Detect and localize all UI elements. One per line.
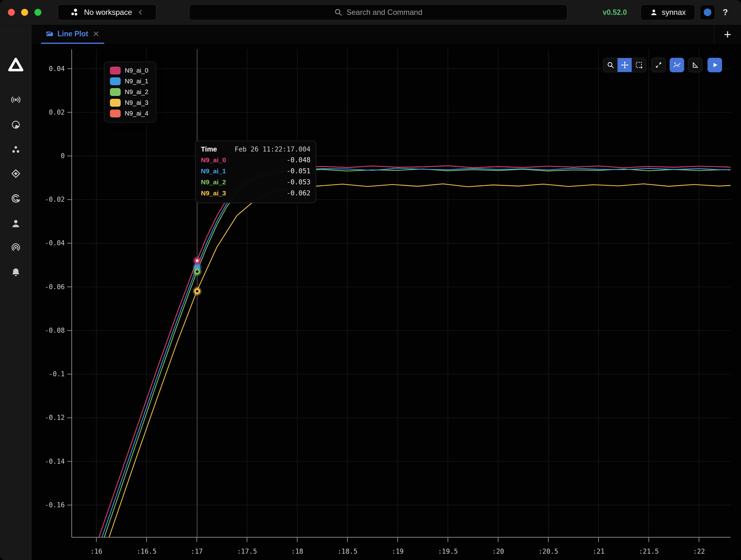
series-line-N9_ai_4: [86, 166, 739, 560]
expand-button[interactable]: [651, 58, 666, 72]
legend-swatch[interactable]: [110, 99, 121, 107]
ranges-broadcast-icon: [11, 95, 21, 105]
box-select-button[interactable]: [632, 58, 646, 72]
sidebar: [0, 25, 31, 560]
y-tick-label: -0.14: [45, 458, 65, 465]
tooltip: Time Feb 26 11:22:17.004 N9_ai_0-0.048N9…: [195, 141, 316, 203]
sidebar-item-device[interactable]: [0, 243, 31, 253]
traffic-light-maximize[interactable]: [35, 9, 42, 16]
marker-center: [196, 259, 198, 262]
sidebar-item-cluster[interactable]: [0, 145, 31, 155]
tooltip-series-value: -0.053: [286, 178, 311, 186]
slope-button[interactable]: [688, 58, 702, 72]
legend-item[interactable]: N9_ai_0: [110, 67, 150, 75]
status-dot-icon: [704, 8, 711, 16]
x-tick-label: :18: [291, 548, 303, 555]
legend-label: N9_ai_2: [125, 88, 148, 96]
tooltip-series-label: N9_ai_2: [201, 178, 226, 186]
tab-line-plot[interactable]: Line Plot: [41, 25, 104, 44]
series-line-N9_ai_0: [86, 166, 739, 560]
x-tick-label: :17: [191, 548, 203, 555]
tab-close-icon[interactable]: [92, 30, 100, 37]
user-button[interactable]: synnax: [641, 4, 695, 20]
chevron-left-icon[interactable]: [137, 9, 144, 16]
sidebar-item-ranges[interactable]: [0, 95, 31, 105]
marker-hole: [196, 270, 198, 273]
tooltip-series-label: N9_ai_0: [201, 156, 226, 164]
tooltip-row: N9_ai_2-0.053: [201, 178, 311, 187]
line-plot-icon: [46, 30, 54, 38]
y-tick-label: 0.04: [49, 65, 65, 73]
magnifier-icon: [607, 61, 614, 69]
legend[interactable]: N9_ai_0N9_ai_1N9_ai_2N9_ai_3N9_ai_4: [104, 62, 156, 123]
x-tick-label: :19: [392, 548, 404, 555]
legend-item[interactable]: N9_ai_1: [110, 77, 150, 85]
tabbar: Line Plot +: [32, 25, 741, 44]
new-tab-button[interactable]: +: [714, 25, 741, 44]
search-placeholder: Search and Command: [346, 8, 422, 17]
legend-item[interactable]: N9_ai_3: [110, 99, 150, 107]
x-tick-label: :17.5: [237, 548, 257, 555]
y-tick-label: 0.02: [49, 108, 65, 116]
schematic-diamond-icon: [11, 169, 21, 179]
sidebar-item-task[interactable]: [0, 119, 31, 130]
sidebar-item-schematic[interactable]: [0, 169, 31, 179]
y-tick-label: -0.08: [45, 327, 65, 334]
legend-label: N9_ai_0: [125, 67, 148, 74]
chart-area: 0.040.020-0.02-0.04-0.06-0.08-0.1-0.12-0…: [32, 44, 741, 560]
legend-item[interactable]: N9_ai_2: [110, 88, 150, 96]
expand-icon: [655, 61, 662, 69]
legend-label: N9_ai_1: [125, 78, 148, 85]
topbar: No workspace Search and Command v0.52.0 …: [0, 0, 741, 25]
tooltip-time-row: Time Feb 26 11:22:17.004: [201, 145, 311, 154]
version-label: v0.52.0: [603, 0, 627, 25]
legend-swatch[interactable]: [110, 67, 121, 75]
series-line-N9_ai_1: [86, 168, 739, 560]
tooltip-series-label: N9_ai_1: [201, 167, 226, 175]
synnax-logo: [8, 57, 24, 72]
x-tick-label: :16: [90, 548, 102, 555]
x-tick-label: :19.5: [438, 548, 458, 555]
play-icon: [711, 61, 719, 69]
x-tick-label: :21.5: [639, 548, 659, 555]
y-tick-label: -0.12: [45, 414, 65, 421]
tooltip-series-value: -0.051: [286, 167, 311, 175]
notifications-bell-icon: [11, 267, 21, 277]
move-icon: [621, 61, 629, 69]
x-tick-label: :20.5: [538, 548, 558, 555]
zoom-mode-group: [603, 58, 646, 72]
tooltip-row: N9_ai_1-0.051: [201, 167, 311, 176]
connection-status-button[interactable]: [700, 5, 715, 20]
workspace-dots-icon: [70, 8, 80, 17]
annotate-button[interactable]: [670, 58, 684, 72]
sidebar-item-user[interactable]: [0, 219, 31, 229]
tooltip-time-value: Feb 26 11:22:17.004: [235, 146, 311, 153]
search-bar[interactable]: Search and Command: [189, 4, 567, 20]
y-tick-label: -0.02: [45, 196, 65, 203]
legend-swatch[interactable]: [110, 77, 121, 85]
sidebar-item-visualize[interactable]: [0, 193, 31, 203]
traffic-light-minimize[interactable]: [21, 9, 28, 16]
y-tick-label: -0.16: [45, 501, 65, 509]
sparkle-chart-icon: [673, 61, 681, 69]
slope-triangle-icon: [691, 61, 699, 69]
play-button[interactable]: [708, 58, 722, 72]
x-tick-label: :18.5: [337, 548, 357, 555]
sidebar-item-notifications[interactable]: [0, 267, 31, 277]
tooltip-row: N9_ai_3-0.062: [201, 189, 311, 198]
workspace-label: No workspace: [84, 8, 132, 17]
zoom-button[interactable]: [603, 58, 617, 72]
help-button[interactable]: ?: [723, 0, 728, 25]
pan-button[interactable]: [617, 58, 632, 72]
legend-item[interactable]: N9_ai_4: [110, 109, 150, 117]
legend-swatch[interactable]: [110, 109, 121, 117]
x-tick-label: :21: [593, 548, 605, 555]
series-line-N9_ai_2: [86, 169, 739, 560]
visualize-target-icon: [11, 193, 21, 203]
x-tick-label: :22: [693, 548, 705, 555]
legend-swatch[interactable]: [110, 88, 121, 96]
workspace-button[interactable]: No workspace: [58, 4, 156, 20]
traffic-light-close[interactable]: [8, 9, 15, 16]
cluster-dots-icon: [11, 145, 21, 155]
tab-label: Line Plot: [58, 30, 88, 38]
